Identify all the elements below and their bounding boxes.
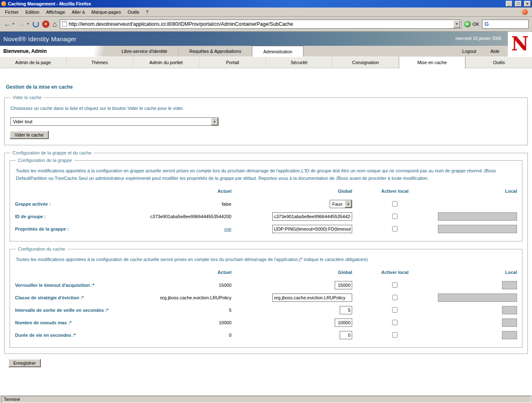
cache-select-value: Vider tout — [11, 119, 211, 124]
maximize-icon[interactable]: □ — [515, 1, 522, 7]
novell-logo: N — [508, 32, 532, 57]
menu-outils[interactable]: Outils — [124, 8, 142, 16]
local-id-groupe-input — [438, 212, 517, 221]
row-label-intervalle-veille: Intervalle de sortie de veille en second… — [15, 305, 113, 316]
home-icon[interactable]: ⌂ — [52, 20, 57, 28]
current-date: mercredi 18 janvier 2006 — [455, 36, 501, 41]
row-label-proprietes-grappe: Propriétés de la grappe : — [15, 224, 113, 234]
column-header-global: Global — [231, 184, 352, 198]
header-area: Novell® Identity Manager mercredi 18 jan… — [0, 32, 532, 57]
reload-icon[interactable] — [32, 21, 39, 27]
global-intervalle-veille-input[interactable] — [340, 306, 352, 314]
page-icon — [62, 21, 67, 27]
config-section: Configuration de la grappe et du cache C… — [4, 150, 528, 354]
subtab-consignation[interactable]: Consignation — [332, 57, 399, 68]
global-proprietes-grappe-input[interactable] — [272, 225, 352, 233]
cache-select[interactable]: Vider tout ▼ — [10, 117, 219, 126]
subtab-outils[interactable]: Outils — [465, 57, 532, 68]
row-label-noeuds-max: Nombre de noeuds max :* — [15, 318, 113, 328]
local-classe-eviction-input — [438, 294, 517, 302]
navigation-toolbar: ← ▼ → ▼ × ⌂ http://lenom.devotreserveurd… — [0, 17, 532, 32]
back-dropdown-icon[interactable]: ▼ — [12, 22, 15, 26]
flush-cache-button[interactable]: Vider le cache — [10, 131, 49, 139]
menu-fichier[interactable]: Fichier — [2, 8, 22, 16]
activer-local-classe-eviction-checkbox[interactable] — [392, 295, 398, 300]
minimize-icon[interactable]: _ — [506, 1, 512, 7]
logout-link[interactable]: Logout — [462, 49, 476, 54]
save-button[interactable]: Enregistrer — [8, 359, 41, 367]
actuel-intervalle-veille: 5 — [113, 306, 231, 315]
local-intervalle-veille-input — [502, 306, 517, 314]
forward-dropdown-icon[interactable]: ▼ — [26, 22, 30, 26]
chevron-down-icon[interactable]: ▼ — [211, 118, 218, 125]
update-notification-icon[interactable] — [522, 9, 528, 15]
tab-administration[interactable]: Administration — [252, 46, 303, 57]
global-grappe-activee-value: Faux — [330, 202, 345, 206]
firefox-icon — [1, 1, 6, 6]
column-header-local: Local — [438, 266, 517, 279]
activer-local-noeuds-max-checkbox[interactable] — [392, 320, 398, 325]
row-label-timeout-acquisition: Verrouiller le timeout d'acquisition :* — [15, 280, 113, 291]
url-dropdown-icon[interactable]: ▼ — [453, 20, 460, 28]
activer-local-timeout-acquisition-checkbox[interactable] — [392, 282, 398, 288]
go-button[interactable]: ▶ OK — [464, 21, 479, 27]
global-grappe-activee-select[interactable]: Faux ▼ — [330, 200, 352, 208]
welcome-message: Bienvenue, Admin — [0, 46, 105, 57]
activer-local-proprietes-grappe-checkbox[interactable] — [392, 226, 398, 231]
column-header-activer-local: Activer local — [352, 184, 438, 198]
column-header-activer-local: Activer local — [352, 266, 438, 279]
local-noeuds-max-input — [502, 318, 517, 327]
flush-cache-legend: Vider le cache — [10, 95, 44, 100]
cluster-config-grid: Actuel Global Activer local Local Grappe… — [15, 184, 517, 235]
cluster-config-section: Configuration de la grappe Toutes les mo… — [10, 158, 522, 241]
activer-local-intervalle-veille-checkbox[interactable] — [392, 307, 398, 313]
local-grappe-activee-empty — [438, 202, 517, 206]
menu-aller-a[interactable]: Aller à — [68, 8, 88, 16]
vue-link[interactable]: vue — [224, 226, 231, 231]
subtab-themes[interactable]: Thèmes — [66, 57, 133, 68]
page-content: Gestion de la mise en cache Vider le cac… — [0, 68, 532, 395]
column-header-local: Local — [438, 184, 517, 198]
subtab-admin-page[interactable]: Admin de la page — [0, 57, 66, 68]
activer-local-id-groupe-checkbox[interactable] — [392, 214, 398, 219]
cache-config-legend: Configuration du cache — [16, 246, 67, 251]
global-noeuds-max-input[interactable] — [335, 318, 352, 327]
actuel-grappe-activee: false — [113, 199, 231, 209]
go-label: OK — [472, 22, 479, 27]
forward-button[interactable]: → ▼ — [18, 20, 30, 28]
global-timeout-acquisition-input[interactable] — [335, 281, 352, 289]
global-duree-vie-input[interactable] — [340, 331, 352, 339]
url-text[interactable]: http://lenom.devotreserveurd'application… — [69, 21, 451, 27]
local-timeout-acquisition-input — [502, 281, 517, 289]
cache-config-grid: Actuel Global Activer local Local Verrou… — [15, 266, 517, 341]
subtab-mise-en-cache[interactable]: Mise en cache — [399, 57, 466, 68]
tab-libre-service[interactable]: Libre-service d'identité — [111, 46, 178, 57]
flush-cache-instructions: Choisissez un cache dans la liste et cli… — [10, 106, 522, 111]
column-header-global: Global — [231, 266, 352, 279]
subtab-portail[interactable]: Portail — [199, 57, 266, 68]
chevron-down-icon[interactable]: ▼ — [345, 200, 352, 208]
search-input[interactable]: G — [482, 20, 529, 29]
back-button[interactable]: ← ▼ — [3, 20, 15, 28]
stop-icon[interactable]: × — [42, 20, 50, 28]
url-bar[interactable]: http://lenom.devotreserveurd'application… — [60, 20, 461, 29]
aide-link[interactable]: Aide — [490, 49, 500, 54]
tab-requetes-approbations[interactable]: Requêtes & Approbations — [178, 46, 252, 57]
menu-edition[interactable]: Edition — [22, 8, 43, 16]
activer-local-grappe-activee-checkbox[interactable] — [392, 201, 398, 206]
subtab-securite[interactable]: Sécurité — [266, 57, 332, 68]
close-icon[interactable]: × — [524, 1, 531, 7]
actuel-duree-vie: 0 — [113, 331, 231, 340]
global-classe-eviction-input[interactable] — [272, 294, 352, 302]
menu-marque-pages[interactable]: Marque-pages — [88, 8, 124, 16]
subtab-admin-portlet[interactable]: Admin du portlet — [133, 57, 199, 68]
menu-aide[interactable]: ? — [143, 8, 152, 16]
global-id-groupe-input[interactable] — [272, 212, 352, 221]
cluster-config-description: Toutes les modifications apportées à la … — [16, 167, 516, 182]
activer-local-duree-vie-checkbox[interactable] — [392, 332, 398, 338]
google-icon: G — [485, 21, 489, 27]
novell-logo-letter: N — [511, 32, 529, 57]
menu-affichage[interactable]: Affichage — [43, 8, 69, 16]
cluster-config-legend: Configuration de la grappe — [16, 158, 74, 163]
row-label-classe-eviction: Classe de stratégie d'éviction :* — [15, 293, 113, 303]
